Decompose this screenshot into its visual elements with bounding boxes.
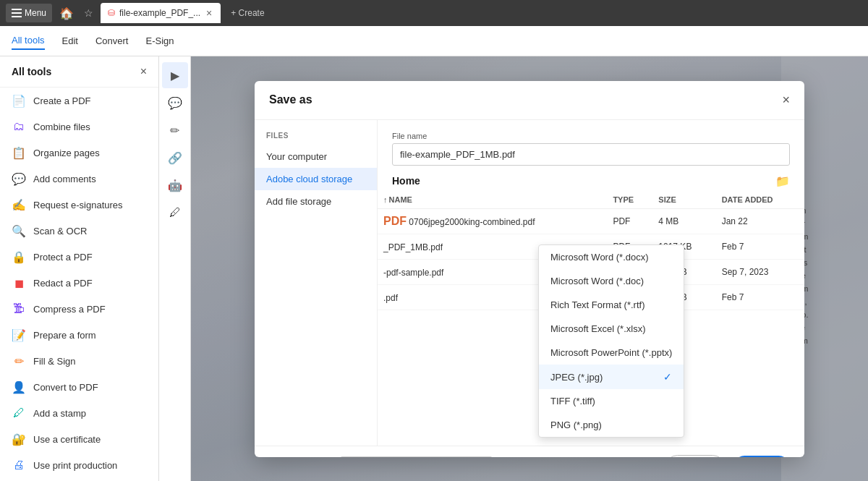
sidebar: All tools × 📄 Create a PDF 🗂 Combine fil… <box>0 56 159 481</box>
all-tools-tab[interactable]: All tools <box>12 32 45 50</box>
sidebar-header: All tools × <box>0 56 158 88</box>
sidebar-item-convert-pdf[interactable]: 👤 Convert to PDF <box>0 374 158 400</box>
tab-title: file-example_PDF_... <box>119 8 200 18</box>
sidebar-item-use-print[interactable]: 🖨 Use print production <box>0 452 158 478</box>
home-button[interactable]: 🏠 <box>56 4 77 23</box>
star-button[interactable]: ☆ <box>81 4 96 22</box>
sidebar-item-organize-pages[interactable]: 📋 Organize pages <box>0 140 158 166</box>
sidebar-label: Scan & OCR <box>33 226 87 237</box>
dropdown-item-rtf[interactable]: Rich Text Format (*.rtf) <box>539 293 684 317</box>
file-location-your-computer[interactable]: Your computer <box>255 145 377 168</box>
files-label: FILES <box>255 132 377 145</box>
sidebar-item-use-certificate[interactable]: 🔐 Use a certificate <box>0 426 158 452</box>
file-date-cell: Sep 7, 2023 <box>716 259 804 284</box>
table-row[interactable]: PDF 0706jpeg2000king-combined.pdf PDF 4 … <box>378 208 804 234</box>
file-location-adobe-cloud[interactable]: Adobe cloud storage <box>255 168 377 190</box>
sidebar-label: Redact a PDF <box>33 278 93 289</box>
select-tool-button[interactable]: ▶ <box>162 62 188 88</box>
cancel-button[interactable]: Cancel <box>665 455 725 457</box>
sidebar-item-prepare-form[interactable]: 📝 Prepare a form <box>0 322 158 348</box>
sidebar-item-add-stamp[interactable]: 🖊 Add a stamp <box>0 400 158 426</box>
sidebar-label: Convert to PDF <box>33 382 98 393</box>
protect-pdf-icon: 🔒 <box>12 250 26 264</box>
main-layout: All tools × 📄 Create a PDF 🗂 Combine fil… <box>0 56 868 481</box>
file-name-cell: PDF 0706jpeg2000king-combined.pdf <box>378 208 607 234</box>
link-tool-button[interactable]: 🔗 <box>162 145 188 171</box>
esign-tab[interactable]: E-Sign <box>145 33 174 49</box>
save-button[interactable]: Save <box>733 456 790 457</box>
sidebar-item-redact-pdf[interactable]: ◼ Redact a PDF <box>0 270 158 296</box>
date-column-header[interactable]: DATE ADDED <box>716 191 804 209</box>
browser-tab[interactable]: ⛁ file-example_PDF_... × <box>101 3 221 23</box>
sidebar-item-add-comments[interactable]: 💬 Add comments <box>0 166 158 192</box>
sidebar-item-request-esignatures[interactable]: ✍ Request e-signatures <box>0 192 158 218</box>
dropdown-item-pptx[interactable]: Microsoft PowerPoint (*.pptx) <box>539 341 684 365</box>
file-date-cell: Feb 7 <box>716 284 804 310</box>
comment-tool-button[interactable]: 💬 <box>162 90 188 116</box>
folder-icon[interactable]: 📁 <box>775 174 790 188</box>
modal-footer: Convert to JPEG (*.jpg) Microsoft Word (… <box>255 446 804 457</box>
sidebar-label: Combine files <box>33 122 90 132</box>
sidebar-label: Create a PDF <box>33 95 90 106</box>
modal-close-button[interactable]: × <box>782 93 790 108</box>
menu-button[interactable]: Menu <box>6 4 52 22</box>
new-tab-label: + Create <box>231 8 264 18</box>
dropdown-item-tiff[interactable]: TIFF (*.tiff) <box>539 389 684 413</box>
convert-tab[interactable]: Convert <box>95 33 129 49</box>
content-area: usto ntum icitur quam cerat nattis sque … <box>191 56 868 481</box>
pen-tool-button[interactable]: ✏ <box>162 117 188 143</box>
file-name-label: File name <box>392 132 790 140</box>
dropdown-item-png[interactable]: PNG (*.png) <box>539 413 684 437</box>
request-esignatures-icon: ✍ <box>12 197 26 212</box>
sidebar-item-measure-objects[interactable]: 📏 Measure objects <box>0 478 158 481</box>
file-name-input[interactable] <box>392 143 790 166</box>
dropdown-item-docx-new[interactable]: Microsoft Word (*.docx) <box>539 245 684 269</box>
redact-pdf-icon: ◼ <box>12 276 26 290</box>
stamp-tool-button[interactable]: 🖊 <box>162 200 188 226</box>
convert-pdf-icon: 👤 <box>12 380 26 394</box>
format-select[interactable]: JPEG (*.jpg) Microsoft Word (*.docx) Mic… <box>340 456 493 457</box>
create-pdf-icon: 📄 <box>12 93 26 108</box>
tab-close-button[interactable]: × <box>205 7 213 19</box>
sidebar-close-button[interactable]: × <box>140 65 147 78</box>
type-column-header[interactable]: TYPE <box>607 191 652 209</box>
scan-ocr-icon: 🔍 <box>12 224 26 238</box>
file-date-cell: Feb 7 <box>716 234 804 259</box>
edit-tab[interactable]: Edit <box>62 33 78 49</box>
sidebar-label: Compress a PDF <box>33 304 106 315</box>
sidebar-label: Organize pages <box>33 148 100 158</box>
name-column-header[interactable]: ↑NAME <box>378 191 607 209</box>
sidebar-item-combine-files[interactable]: 🗂 Combine files <box>0 114 158 140</box>
add-stamp-icon: 🖊 <box>12 406 26 420</box>
file-date-cell: Jan 22 <box>716 208 804 234</box>
format-dropdown-menu: Microsoft Word (*.docx) Microsoft Word (… <box>538 244 684 438</box>
new-tab-button[interactable]: + Create <box>225 5 270 21</box>
app-toolbar: All tools Edit Convert E-Sign <box>0 26 868 56</box>
size-column-header[interactable]: SIZE <box>652 191 715 209</box>
sidebar-item-scan-ocr[interactable]: 🔍 Scan & OCR <box>0 218 158 244</box>
sidebar-item-create-pdf[interactable]: 📄 Create a PDF <box>0 88 158 114</box>
file-location-add-storage[interactable]: Add file storage <box>255 190 377 213</box>
tab-pdf-icon: ⛁ <box>108 8 115 18</box>
organize-pages-icon: 📋 <box>12 145 26 160</box>
use-print-icon: 🖨 <box>12 458 26 472</box>
sidebar-item-compress-pdf[interactable]: 🗜 Compress a PDF <box>0 296 158 322</box>
file-browser-header: Home 📁 <box>378 166 804 191</box>
selected-checkmark-icon: ✓ <box>663 371 672 383</box>
dropdown-item-jpg[interactable]: JPEG (*.jpg) ✓ <box>539 365 684 389</box>
home-label: Home <box>392 175 420 187</box>
modal-title: Save as <box>269 93 312 106</box>
dropdown-item-xlsx[interactable]: Microsoft Excel (*.xlsx) <box>539 317 684 341</box>
sidebar-label: Prepare a form <box>33 330 96 341</box>
pdf-icon: PDF <box>383 215 407 227</box>
use-certificate-icon: 🔐 <box>12 432 26 446</box>
sidebar-item-protect-pdf[interactable]: 🔒 Protect a PDF <box>0 244 158 270</box>
file-name-row: File name <box>378 120 804 166</box>
sidebar-item-fill-sign[interactable]: ✏ Fill & Sign <box>0 348 158 374</box>
ai-tool-button[interactable]: 🤖 <box>162 172 188 198</box>
dropdown-item-doc[interactable]: Microsoft Word (*.doc) <box>539 269 684 293</box>
files-panel: FILES Your computer Adobe cloud storage … <box>255 120 378 446</box>
save-as-modal: Save as × FILES Your computer Adobe clou… <box>255 81 804 457</box>
sidebar-label: Add comments <box>33 174 96 184</box>
modal-body: FILES Your computer Adobe cloud storage … <box>255 120 804 446</box>
